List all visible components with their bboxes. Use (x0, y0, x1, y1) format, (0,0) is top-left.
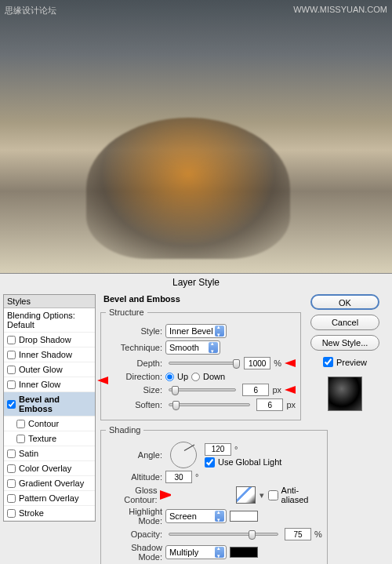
checkbox[interactable] (16, 420, 25, 428)
style-outer-glow[interactable]: Outer Glow (4, 362, 95, 377)
checkbox[interactable] (7, 479, 16, 488)
stepper-icon (209, 342, 218, 353)
shadow-mode-select[interactable]: Multiply (165, 545, 227, 559)
gloss-label: Gloss Contour: (106, 486, 157, 504)
new-style-button[interactable]: New Style... (310, 335, 379, 351)
style-drop-shadow[interactable]: Drop Shadow (4, 333, 95, 347)
size-label: Size: (106, 385, 162, 395)
technique-label: Technique: (106, 343, 162, 352)
checkbox[interactable] (7, 400, 16, 409)
checkbox[interactable] (7, 449, 16, 458)
hl-opacity-slider[interactable] (169, 533, 278, 536)
technique-select[interactable]: Smooth (165, 340, 220, 355)
checkbox[interactable] (7, 494, 16, 503)
style-texture[interactable]: Texture (4, 431, 95, 446)
checkbox[interactable] (7, 351, 16, 359)
structure-group: Structure Style: Inner Bevel Technique: … (100, 307, 301, 420)
style-select[interactable]: Inner Bevel (165, 324, 227, 338)
style-contour[interactable]: Contour (4, 417, 95, 431)
structure-legend: Structure (106, 307, 147, 317)
style-pattern-overlay[interactable]: Pattern Overlay (4, 491, 95, 506)
checkbox[interactable] (7, 366, 16, 374)
checkbox[interactable] (7, 464, 16, 473)
cancel-button[interactable]: Cancel (310, 315, 379, 330)
checkbox[interactable] (16, 435, 25, 443)
soften-field[interactable] (256, 398, 283, 411)
stepper-icon (215, 511, 224, 522)
checkbox[interactable] (7, 380, 16, 389)
layer-style-dialog: Layer Style Styles Blending Options: Def… (0, 273, 392, 564)
shadow-mode-label: Shadow Mode: (106, 543, 162, 562)
ok-button[interactable]: OK (310, 294, 379, 310)
hl-opacity-label: Opacity: (106, 529, 162, 539)
style-gradient-overlay[interactable]: Gradient Overlay (4, 476, 95, 491)
styles-header[interactable]: Styles (4, 295, 95, 308)
canvas-preview: 思缘设计论坛 WWW.MISSYUAN.COM (0, 0, 392, 273)
watermark-left: 思缘设计论坛 (5, 5, 56, 16)
checkbox[interactable] (7, 509, 16, 518)
size-field[interactable] (242, 384, 269, 396)
depth-slider[interactable] (169, 362, 238, 365)
shading-legend: Shading (106, 425, 143, 435)
style-bevel-emboss[interactable]: Bevel and Emboss (4, 392, 95, 417)
shading-group: Shading Angle: ° Use Global Light (100, 425, 328, 564)
slider-thumb[interactable] (172, 386, 179, 395)
dialog-title: Layer Style (0, 274, 392, 293)
direction-down-radio[interactable] (191, 373, 200, 381)
annotation-arrow-icon (285, 386, 296, 394)
annotation-arrow-icon (285, 359, 296, 367)
highlight-mode-label: Highlight Mode: (106, 507, 162, 526)
checkbox[interactable] (7, 336, 16, 344)
style-stroke[interactable]: Stroke (4, 506, 95, 521)
style-inner-shadow[interactable]: Inner Shadow (4, 347, 95, 362)
preview-swatch (328, 377, 362, 411)
slider-thumb[interactable] (233, 359, 240, 369)
size-slider[interactable] (169, 388, 236, 391)
annotation-arrow-icon (160, 490, 232, 500)
soften-label: Soften: (106, 400, 162, 409)
style-inner-glow[interactable]: Inner Glow (4, 377, 95, 392)
antialias-checkbox[interactable] (268, 490, 278, 500)
shadow-color-swatch[interactable] (230, 547, 258, 558)
style-satin[interactable]: Satin (4, 446, 95, 461)
depth-field[interactable] (244, 357, 270, 369)
stepper-icon (215, 326, 224, 337)
angle-label: Angle: (106, 450, 162, 460)
preview-label: Preview (336, 358, 367, 367)
panel-heading: Bevel and Emboss (100, 293, 301, 305)
angle-field[interactable] (205, 443, 231, 456)
annotation-arrow-icon (97, 377, 108, 384)
direction-up-radio[interactable] (165, 373, 174, 381)
altitude-label: Altitude: (106, 472, 162, 482)
styles-sidebar: Styles Blending Options: Default Drop Sh… (3, 293, 96, 564)
style-color-overlay[interactable]: Color Overlay (4, 461, 95, 476)
blending-options[interactable]: Blending Options: Default (4, 308, 95, 333)
highlight-mode-select[interactable]: Screen (165, 509, 227, 523)
soften-slider[interactable] (169, 403, 250, 406)
watermark-right: WWW.MISSYUAN.COM (293, 5, 387, 16)
slider-thumb[interactable] (249, 530, 256, 540)
angle-dial[interactable] (170, 442, 197, 468)
global-light-checkbox[interactable] (205, 457, 215, 468)
slider-thumb[interactable] (172, 401, 180, 410)
preview-checkbox[interactable] (323, 357, 333, 367)
chevron-down-icon[interactable]: ▾ (259, 490, 264, 500)
highlight-color-swatch[interactable] (230, 511, 258, 522)
gloss-contour-swatch[interactable] (236, 486, 256, 504)
direction-label: Direction: (106, 372, 162, 381)
depth-label: Depth: (106, 358, 162, 368)
stepper-icon (215, 547, 224, 558)
altitude-field[interactable] (165, 471, 192, 483)
style-label: Style: (106, 326, 162, 336)
